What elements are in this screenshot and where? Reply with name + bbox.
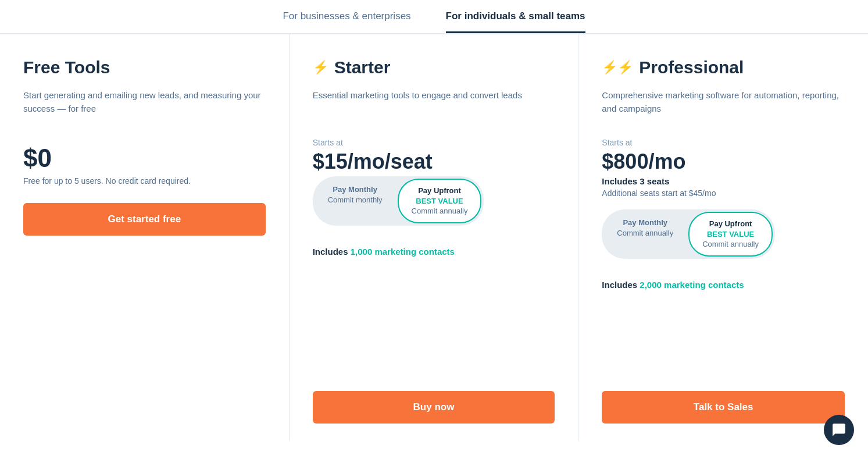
starter-plan-column: ⚡ Starter Essential marketing tools to e… — [290, 34, 579, 441]
professional-bolt-icon: ⚡⚡ — [602, 60, 633, 75]
free-plan-column: Free Tools Start generating and emailing… — [0, 34, 290, 441]
starter-pay-monthly-option[interactable]: Pay Monthly Commit monthly — [315, 179, 395, 223]
professional-seats-additional: Additional seats start at $45/mo — [602, 188, 845, 198]
starter-upfront-sub: Commit annually — [412, 206, 468, 216]
tab-individuals[interactable]: For individuals & small teams — [446, 10, 585, 33]
starter-best-value-badge: BEST VALUE — [412, 196, 468, 207]
starter-monthly-sub: Commit monthly — [328, 195, 383, 205]
professional-contacts-highlight: marketing contacts — [662, 280, 744, 290]
starter-plan-price: $15/mo/seat — [313, 150, 555, 174]
professional-plan-name: Professional — [639, 58, 744, 77]
professional-billing-toggle: Pay Monthly Commit annually Pay Upfront … — [602, 209, 775, 259]
professional-seats-info: Includes 3 seats Additional seats start … — [602, 176, 845, 198]
starter-pay-upfront-option[interactable]: Pay Upfront BEST VALUE Commit annually — [398, 179, 482, 223]
starter-upfront-main: Pay Upfront — [412, 186, 468, 196]
professional-starts-at: Starts at — [602, 138, 845, 147]
tab-businesses[interactable]: For businesses & enterprises — [283, 10, 410, 33]
professional-pay-monthly-option[interactable]: Pay Monthly Commit annually — [604, 212, 686, 257]
professional-contacts-info: Includes 2,000 marketing contacts — [602, 280, 845, 290]
starter-cta-button[interactable]: Buy now — [313, 391, 555, 424]
professional-upfront-main: Pay Upfront — [702, 219, 759, 229]
professional-cta-button[interactable]: Talk to Sales — [602, 391, 845, 424]
starter-plan-name: Starter — [334, 58, 391, 77]
free-plan-price: $0 — [23, 144, 266, 173]
starter-plan-description: Essential marketing tools to engage and … — [313, 89, 555, 124]
professional-upfront-sub: Commit annually — [702, 239, 759, 250]
starter-starts-at: Starts at — [313, 138, 555, 147]
free-plan-cta-button[interactable]: Get started free — [23, 203, 266, 236]
professional-contacts-number: 2,000 — [640, 280, 662, 290]
starter-billing-toggle: Pay Monthly Commit monthly Pay Upfront B… — [313, 176, 484, 226]
starter-bolt-icon: ⚡ — [313, 60, 328, 75]
professional-monthly-sub: Commit annually — [617, 228, 673, 239]
professional-plan-column: ⚡⚡ Professional Comprehensive marketing … — [578, 34, 868, 441]
professional-plan-price: $800/mo — [602, 150, 845, 174]
free-plan-header: Free Tools — [23, 58, 266, 77]
starter-monthly-main: Pay Monthly — [328, 184, 383, 195]
free-plan-note: Free for up to 5 users. No credit card r… — [23, 176, 266, 186]
professional-contacts-bold: Includes — [602, 280, 640, 290]
free-plan-name: Free Tools — [23, 58, 110, 77]
starter-contacts-highlight: marketing contacts — [372, 247, 455, 257]
professional-seats-included: Includes 3 seats — [602, 176, 845, 186]
pricing-grid: Free Tools Start generating and emailing… — [0, 34, 868, 441]
starter-contacts-info: Includes 1,000 marketing contacts — [313, 247, 555, 257]
tab-navigation: For businesses & enterprises For individ… — [0, 0, 868, 34]
starter-plan-header: ⚡ Starter — [313, 58, 555, 77]
professional-monthly-main: Pay Monthly — [617, 218, 673, 228]
professional-best-value-badge: BEST VALUE — [702, 229, 759, 240]
professional-plan-header: ⚡⚡ Professional — [602, 58, 845, 77]
starter-contacts-bold: Includes — [313, 247, 351, 257]
chat-icon — [831, 422, 846, 437]
chat-bubble-button[interactable] — [824, 415, 854, 445]
professional-plan-description: Comprehensive marketing software for aut… — [602, 89, 845, 124]
professional-pay-upfront-option[interactable]: Pay Upfront BEST VALUE Commit annually — [688, 212, 773, 257]
starter-contacts-number: 1,000 — [351, 247, 373, 257]
free-plan-description: Start generating and emailing new leads,… — [23, 89, 266, 124]
